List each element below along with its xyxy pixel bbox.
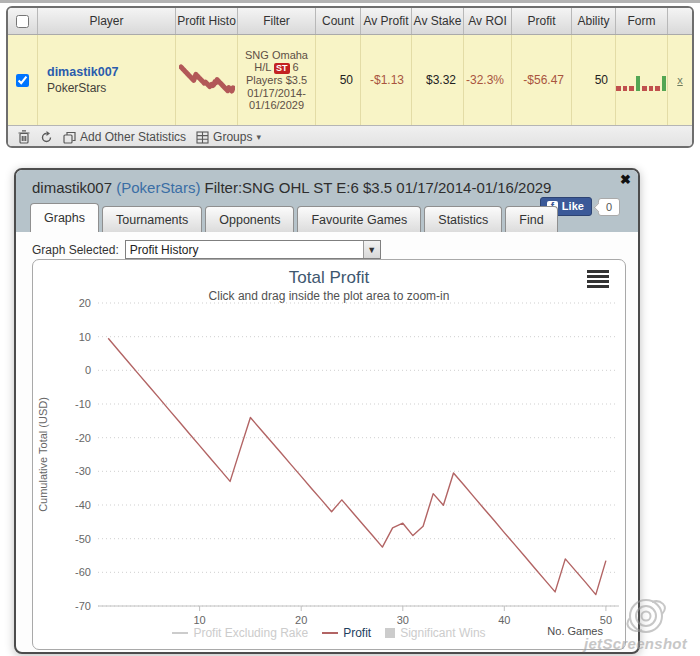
- form-block-loss: [642, 86, 647, 91]
- column-header[interactable]: Player: [38, 8, 176, 34]
- svg-text:-20: -20: [75, 432, 91, 444]
- chart-legend: Profit Excluding RakeProfitSignificant W…: [33, 626, 625, 640]
- select-all-checkbox[interactable]: [16, 15, 29, 28]
- column-header[interactable]: Av ROI: [464, 8, 512, 34]
- x-axis-title: No. Games: [547, 625, 603, 637]
- delete-button[interactable]: [18, 130, 30, 144]
- column-header[interactable]: Filter: [238, 8, 316, 34]
- remove-row-link[interactable]: x: [677, 74, 683, 86]
- remove-cell: x: [668, 35, 692, 125]
- profit-history-sparkline: [179, 63, 235, 97]
- profit-cell: -$56.47: [512, 35, 572, 125]
- refresh-icon: [40, 131, 53, 144]
- add-other-statistics-label: Add Other Statistics: [80, 130, 186, 144]
- legend-item-significant-wins[interactable]: Significant Wins: [385, 626, 485, 640]
- legend-label: Significant Wins: [400, 626, 485, 640]
- svg-text:30: 30: [397, 614, 409, 626]
- svg-text:20: 20: [295, 614, 307, 626]
- groups-icon: [196, 131, 209, 144]
- form-cell: [616, 35, 668, 125]
- svg-text:10: 10: [193, 614, 205, 626]
- refresh-button[interactable]: [40, 131, 53, 144]
- player-name-link[interactable]: dimastik007: [47, 65, 119, 79]
- legend-box-icon: [385, 628, 395, 638]
- form-block-loss: [649, 86, 654, 91]
- column-header[interactable]: [8, 8, 38, 34]
- svg-text:-40: -40: [75, 499, 91, 511]
- column-header[interactable]: [668, 8, 692, 34]
- legend-item-profit[interactable]: Profit: [322, 626, 371, 640]
- tab-tournaments[interactable]: Tournaments: [102, 206, 202, 232]
- legend-item-profit-excluding-rake[interactable]: Profit Excluding Rake: [172, 626, 308, 640]
- profit-history-chart[interactable]: 20100-10-20-30-40-50-60-701020304050Cumu…: [33, 260, 625, 649]
- column-header[interactable]: Ability: [572, 8, 616, 34]
- column-header[interactable]: Profit Histo: [176, 8, 238, 34]
- player-results-table: PlayerProfit HistoFilterCountAv ProfitAv…: [6, 6, 694, 148]
- screen: PlayerProfit HistoFilterCountAv ProfitAv…: [0, 0, 700, 656]
- chevron-down-icon: ▼: [363, 241, 380, 258]
- filter-cell: SNG Omaha H/L ST 6 Players $3.5 01/17/20…: [238, 35, 316, 125]
- player-site-label: PokerStars: [47, 81, 106, 95]
- ability-cell: 50: [572, 35, 616, 125]
- groups-caret-icon: ▾: [256, 132, 261, 142]
- tab-find[interactable]: Find: [505, 206, 557, 232]
- graph-select-dropdown[interactable]: Profit History ▼: [125, 240, 381, 259]
- tab-graphs[interactable]: Graphs: [30, 203, 99, 232]
- st-badge: ST: [274, 63, 290, 74]
- groups-label: Groups: [213, 130, 252, 144]
- tab-favourite-games[interactable]: Favourite Games: [297, 206, 421, 232]
- add-other-statistics-button[interactable]: Add Other Statistics: [63, 130, 186, 144]
- filter-text: SNG Omaha H/L ST 6 Players $3.5 01/17/20…: [240, 49, 313, 112]
- dialog-title: dimastik007 (PokerStars) Filter:SNG OHL …: [32, 179, 551, 196]
- svg-text:10: 10: [79, 331, 91, 343]
- svg-text:-10: -10: [75, 398, 91, 410]
- top-edge-divider: [0, 0, 700, 3]
- trash-icon: [18, 130, 30, 144]
- groups-dropdown[interactable]: Groups ▾: [196, 130, 261, 144]
- facebook-like-count: 0: [598, 198, 620, 216]
- form-block-loss: [655, 86, 660, 91]
- svg-text:0: 0: [85, 364, 91, 376]
- dialog-tabs: GraphsTournamentsOpponentsFavourite Game…: [30, 203, 558, 232]
- form-block-win: [636, 76, 641, 91]
- tab-opponents[interactable]: Opponents: [205, 206, 294, 232]
- column-header[interactable]: Profit: [512, 8, 572, 34]
- legend-line-icon: [172, 632, 188, 634]
- dialog-header: dimastik007 (PokerStars) Filter:SNG OHL …: [16, 170, 638, 232]
- legend-label: Profit Excluding Rake: [193, 626, 308, 640]
- graph-select-value: Profit History: [130, 243, 199, 257]
- player-cell: dimastik007 PokerStars: [38, 35, 176, 125]
- column-header[interactable]: Av Stake: [412, 8, 464, 34]
- column-header[interactable]: Count: [316, 8, 361, 34]
- graph-selector-row: Graph Selected: Profit History ▼: [32, 240, 381, 259]
- svg-text:-50: -50: [75, 533, 91, 545]
- svg-text:20: 20: [79, 297, 91, 309]
- copy-icon: [63, 131, 76, 144]
- tab-statistics[interactable]: Statistics: [424, 206, 502, 232]
- column-header[interactable]: Form: [616, 8, 668, 34]
- form-block-loss: [616, 86, 621, 91]
- svg-text:-60: -60: [75, 566, 91, 578]
- column-header[interactable]: Av Profit: [361, 8, 412, 34]
- av-roi-cell: -32.3%: [464, 35, 512, 125]
- svg-text:40: 40: [498, 614, 510, 626]
- svg-text:-70: -70: [75, 600, 91, 612]
- table-header-row: PlayerProfit HistoFilterCountAv ProfitAv…: [8, 8, 692, 35]
- svg-text:-30: -30: [75, 465, 91, 477]
- form-block-win: [662, 76, 667, 91]
- row-checkbox[interactable]: [16, 74, 29, 87]
- av-stake-cell: $3.32: [412, 35, 464, 125]
- svg-text:Cumulative Total (USD): Cumulative Total (USD): [37, 397, 49, 512]
- player-detail-dialog: dimastik007 (PokerStars) Filter:SNG OHL …: [14, 168, 640, 654]
- dialog-title-site: (PokerStars): [116, 179, 200, 196]
- graph-selected-label: Graph Selected:: [32, 243, 119, 257]
- av-profit-cell: -$1.13: [361, 35, 412, 125]
- count-cell: 50: [316, 35, 361, 125]
- legend-line-icon: [322, 632, 338, 634]
- legend-label: Profit: [343, 626, 371, 640]
- table-toolbar: Add Other Statistics Groups ▾: [8, 125, 692, 148]
- form-block-loss: [629, 86, 634, 91]
- profit-chart-panel[interactable]: Total Profit Click and drag inside the p…: [32, 259, 626, 650]
- close-icon[interactable]: ✖: [620, 172, 631, 187]
- row-checkbox-cell: [8, 35, 38, 125]
